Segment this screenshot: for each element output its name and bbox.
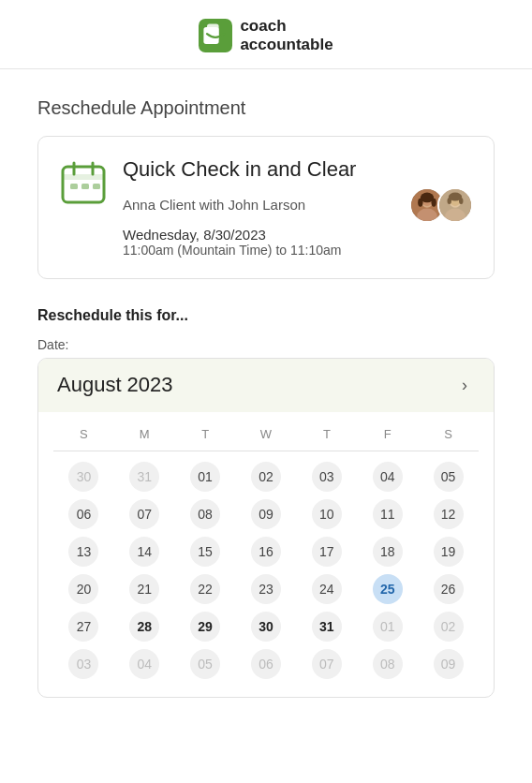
day-cell: 13 (53, 534, 114, 569)
day-cell: 16 (236, 534, 297, 569)
day-cell: 20 (53, 571, 114, 607)
day-cell: 23 (236, 571, 297, 607)
day-cell: 31 (296, 609, 357, 644)
day-number[interactable]: 18 (373, 537, 403, 567)
day-cell: 25 (357, 571, 418, 607)
day-number[interactable]: 30 (251, 612, 281, 642)
day-cell: 21 (114, 571, 175, 607)
day-cell: 28 (114, 609, 175, 644)
day-cell: 06 (236, 646, 297, 682)
day-number[interactable]: 04 (373, 462, 403, 492)
day-cell: 03 (53, 646, 114, 682)
day-cell: 11 (357, 496, 418, 532)
day-number: 09 (434, 649, 464, 679)
calendar-month-title: August 2023 (57, 373, 173, 397)
avatar-john (437, 187, 473, 223)
reschedule-label: Reschedule this for... (37, 307, 495, 324)
day-number[interactable]: 20 (68, 574, 98, 604)
day-cell: 30 (53, 459, 114, 495)
day-cell: 31 (114, 459, 175, 495)
svg-rect-7 (70, 184, 78, 189)
day-cell: 01 (175, 459, 236, 495)
appointment-card: Quick Check in and Clear Anna Client wit… (37, 136, 495, 279)
calendar-next-btn[interactable]: › (454, 372, 475, 399)
day-number[interactable]: 15 (190, 537, 220, 567)
appointment-participants: Anna Client with John Larson (123, 197, 305, 213)
day-cell: 26 (418, 571, 479, 607)
day-cell: 19 (418, 534, 479, 569)
day-number: 05 (190, 649, 220, 679)
day-cell: 22 (175, 571, 236, 607)
day-number: 04 (129, 649, 159, 679)
day-cell: 06 (53, 496, 114, 532)
weekday-label: T (296, 421, 357, 447)
day-number[interactable]: 24 (312, 574, 342, 604)
day-number[interactable]: 26 (434, 574, 464, 604)
day-number[interactable]: 09 (251, 499, 281, 529)
day-cell: 07 (114, 496, 175, 532)
day-number[interactable]: 06 (68, 499, 98, 529)
day-number: 06 (251, 649, 281, 679)
day-cell: 27 (53, 609, 114, 644)
day-number[interactable]: 10 (312, 499, 342, 529)
day-cell: 02 (236, 459, 297, 495)
day-cell: 29 (175, 609, 236, 644)
day-number[interactable]: 02 (251, 462, 281, 492)
day-cell: 12 (418, 496, 479, 532)
day-number[interactable]: 22 (190, 574, 220, 604)
day-number[interactable]: 21 (129, 574, 159, 604)
day-number: 30 (68, 462, 98, 492)
day-number: 08 (373, 649, 403, 679)
day-cell: 07 (296, 646, 357, 682)
day-number[interactable]: 27 (68, 612, 98, 642)
day-cell: 05 (418, 459, 479, 495)
day-number[interactable]: 25 (373, 574, 403, 604)
day-number[interactable]: 07 (129, 499, 159, 529)
calendar: August 2023 › SMTWTFS 303101020304050607… (37, 358, 495, 698)
day-number: 03 (68, 649, 98, 679)
day-cell: 09 (236, 496, 297, 532)
day-number[interactable]: 03 (312, 462, 342, 492)
day-number: 01 (373, 612, 403, 642)
svg-rect-9 (93, 184, 100, 189)
day-number[interactable]: 05 (434, 462, 464, 492)
day-number[interactable]: 19 (434, 537, 464, 567)
day-number[interactable]: 14 (129, 537, 159, 567)
day-number: 07 (312, 649, 342, 679)
day-cell: 05 (175, 646, 236, 682)
svg-point-22 (448, 198, 451, 204)
day-number[interactable]: 08 (190, 499, 220, 529)
day-cell: 17 (296, 534, 357, 569)
appointment-title: Quick Check in and Clear (123, 157, 473, 182)
day-number[interactable]: 16 (251, 537, 281, 567)
day-cell: 04 (357, 459, 418, 495)
svg-point-16 (431, 199, 436, 207)
day-number[interactable]: 17 (312, 537, 342, 567)
day-cell: 18 (357, 534, 418, 569)
calendar-header: August 2023 › (38, 359, 494, 412)
day-number[interactable]: 11 (373, 499, 403, 529)
day-number[interactable]: 23 (251, 574, 281, 604)
calendar-grid: SMTWTFS 30310102030405060708091011121314… (38, 412, 494, 697)
day-number[interactable]: 28 (129, 612, 159, 642)
day-cell: 24 (296, 571, 357, 607)
svg-point-15 (418, 199, 422, 207)
logo-text: coach accountable (240, 17, 332, 55)
day-number[interactable]: 31 (312, 612, 342, 642)
day-number[interactable]: 13 (68, 537, 98, 567)
day-cell: 10 (296, 496, 357, 532)
day-cell: 03 (296, 459, 357, 495)
svg-rect-8 (81, 184, 89, 189)
day-cell: 04 (114, 646, 175, 682)
day-number[interactable]: 12 (434, 499, 464, 529)
day-number: 02 (434, 612, 464, 642)
day-number[interactable]: 01 (190, 462, 220, 492)
appointment-details: Quick Check in and Clear Anna Client wit… (123, 157, 473, 258)
day-cell: 30 (236, 609, 297, 644)
weekday-label: M (114, 421, 175, 447)
day-number[interactable]: 29 (190, 612, 220, 642)
weekday-label: W (236, 421, 297, 447)
weekday-label: S (418, 421, 479, 447)
weekday-label: T (175, 421, 236, 447)
day-cell: 01 (357, 609, 418, 644)
